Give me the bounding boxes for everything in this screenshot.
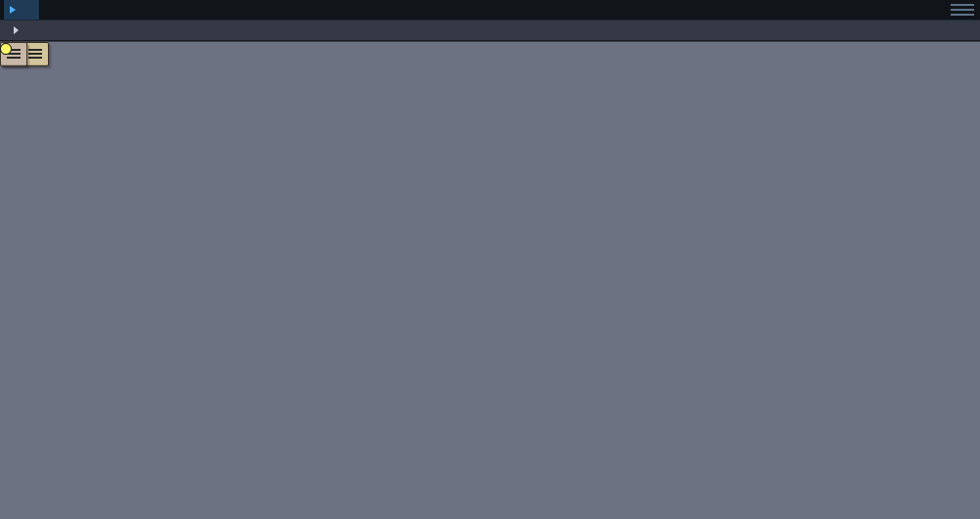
port-dot-icon xyxy=(0,43,12,55)
graph-canvas[interactable] xyxy=(0,41,980,519)
node-menu-icon[interactable] xyxy=(28,49,42,59)
breadcrumb[interactable] xyxy=(0,21,980,41)
graph-out-out[interactable] xyxy=(0,42,16,56)
tab-vcam[interactable] xyxy=(4,0,40,20)
hamburger-icon[interactable] xyxy=(951,0,980,20)
tab-bar xyxy=(0,0,980,21)
play-icon xyxy=(10,6,16,14)
chevron-right-icon xyxy=(14,26,19,34)
wire-layer xyxy=(0,42,980,519)
